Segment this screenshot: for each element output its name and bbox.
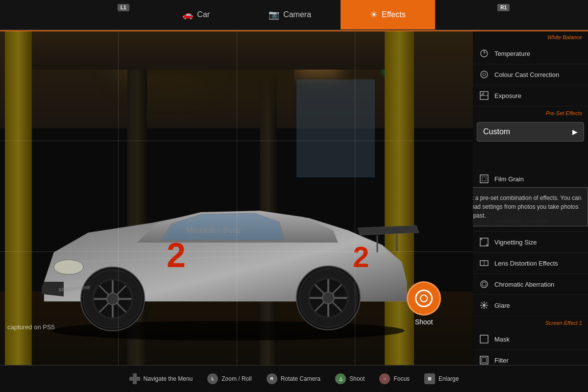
tab-camera-label: Camera: [283, 10, 311, 19]
shoot-button-area: Shoot: [407, 281, 441, 326]
chromatic-aberration-icon: [479, 279, 490, 290]
film-grain-icon: [479, 173, 490, 184]
temperature-label: Temperature: [494, 50, 530, 57]
bottom-shoot-label: Shoot: [349, 375, 365, 382]
svg-point-29: [481, 71, 488, 78]
white-balance-section-label: White Balance: [473, 30, 588, 43]
preset-arrow-icon: ▶: [572, 128, 578, 136]
svg-point-55: [481, 281, 488, 288]
action-rotate: R Rotate Camera: [267, 373, 320, 384]
action-enlarge: ⊞ Enlarge: [424, 373, 459, 384]
tab-car-label: Car: [197, 10, 210, 19]
shoot-btn-icon: △: [335, 373, 346, 384]
menu-item-film-grain[interactable]: Film Grain: [473, 169, 588, 190]
menu-item-colour-cast[interactable]: Colour Cast Correction: [473, 64, 588, 85]
filter-icon: [479, 355, 490, 365]
preset-tooltip: Select a pre-set combination of effects.…: [473, 187, 588, 226]
svg-rect-34: [480, 175, 488, 183]
menu-item-filter[interactable]: Filter: [473, 350, 588, 365]
svg-rect-68: [482, 358, 487, 363]
tab-car[interactable]: 🚗 Car: [153, 0, 239, 29]
focus-btn-icon: ○: [379, 373, 390, 384]
preset-effects-section-label: Pre-Set Effects: [473, 106, 588, 119]
menu-item-glare[interactable]: Glare: [473, 295, 588, 316]
action-zoom: L Zoom / Roll: [207, 373, 251, 384]
menu-item-lens-distortion[interactable]: Lens Distortion Effects: [473, 253, 588, 274]
svg-point-57: [483, 304, 486, 307]
glare-label: Glare: [494, 302, 510, 309]
zoom-btn-icon: L: [207, 373, 218, 384]
action-navigate: Navigate the Menu: [129, 373, 193, 384]
tab-effects-label: Effects: [382, 10, 406, 19]
svg-line-62: [481, 302, 483, 304]
dpad-icon: [129, 373, 140, 384]
menu-item-mask[interactable]: Mask: [473, 329, 588, 350]
r1-button[interactable]: R1: [497, 4, 510, 11]
shoot-button[interactable]: [407, 281, 441, 316]
svg-point-40: [482, 180, 483, 181]
effects-icon: ☀: [370, 9, 378, 20]
dpad-v: [133, 373, 137, 384]
svg-point-30: [483, 73, 486, 76]
ceiling-pipes: [147, 70, 294, 128]
focus-label: Focus: [393, 375, 410, 382]
top-accent: [0, 30, 588, 31]
vignetting-size-label: Vignetting Size: [494, 239, 537, 246]
shoot-label: Shoot: [415, 318, 433, 326]
svg-point-37: [486, 176, 487, 177]
menu-item-temperature[interactable]: Temperature: [473, 43, 588, 64]
menu-item-vignetting-size[interactable]: Vignetting Size: [473, 232, 588, 253]
filter-label: Filter: [494, 357, 509, 364]
tab-effects[interactable]: ☀ Effects: [341, 0, 435, 29]
bottom-bar: Navigate the Menu L Zoom / Roll R Rotate…: [0, 365, 588, 392]
right-panel: White Balance Temperature Colour Cast Co…: [473, 30, 588, 365]
car-icon: 🚗: [182, 9, 193, 20]
svg-point-38: [482, 178, 483, 179]
svg-point-41: [484, 180, 485, 181]
svg-point-20: [322, 292, 334, 304]
vignetting-size-icon: [479, 237, 490, 247]
car-svg: 2 2 Mercedes-Benz BRIDGESTONE: [15, 154, 441, 341]
nav-tabs: 🚗 Car 📷 Camera ☀ Effects: [153, 0, 435, 29]
screen-effects-section-label: Screen Effect 1: [473, 316, 588, 329]
rotate-btn-icon: R: [267, 373, 277, 384]
glare-icon: [479, 300, 490, 311]
chromatic-aberration-label: Chromatic Aberration: [494, 281, 554, 288]
tab-camera[interactable]: 📷 Camera: [239, 0, 341, 29]
menu-item-chromatic-aberration[interactable]: Chromatic Aberration: [473, 274, 588, 295]
svg-text:Mercedes-Benz: Mercedes-Benz: [186, 226, 241, 234]
l1-button[interactable]: L1: [118, 4, 129, 11]
zoom-label: Zoom / Roll: [221, 375, 251, 382]
temperature-icon: [479, 48, 490, 59]
svg-point-39: [486, 178, 487, 179]
svg-rect-66: [480, 335, 488, 343]
svg-point-56: [482, 282, 486, 286]
top-navigation: L1 🚗 Car 📷 Camera ☀ Effects R1: [0, 0, 588, 30]
shutter-inner: [420, 294, 428, 302]
menu-item-exposure[interactable]: Exposure: [473, 85, 588, 106]
svg-point-36: [484, 176, 485, 177]
svg-marker-33: [480, 92, 484, 96]
exposure-icon: [479, 90, 490, 101]
camera-shutter-icon: [415, 290, 433, 307]
mask-label: Mask: [494, 336, 510, 343]
ceiling-structure: [32, 30, 385, 70]
svg-text:2: 2: [353, 241, 369, 273]
preset-value: Custom: [483, 127, 510, 136]
camera-icon: 📷: [269, 9, 279, 20]
colour-cast-label: Colour Cast Correction: [494, 71, 559, 78]
photo-viewport: 2 2 Mercedes-Benz BRIDGESTONE: [0, 30, 473, 365]
enlarge-label: Enlarge: [439, 375, 459, 382]
svg-point-35: [482, 176, 483, 177]
enlarge-btn-icon: ⊞: [424, 373, 435, 384]
svg-point-11: [107, 293, 119, 305]
rotate-label: Rotate Camera: [281, 375, 320, 382]
exposure-label: Exposure: [494, 92, 521, 99]
lens-distortion-label: Lens Distortion Effects: [494, 260, 558, 267]
svg-rect-67: [480, 356, 488, 364]
svg-line-64: [486, 302, 487, 304]
action-focus: ○ Focus: [379, 373, 410, 384]
film-grain-label: Film Grain: [494, 175, 524, 183]
svg-line-65: [481, 307, 483, 308]
preset-dropdown[interactable]: Custom ▶: [477, 122, 584, 142]
